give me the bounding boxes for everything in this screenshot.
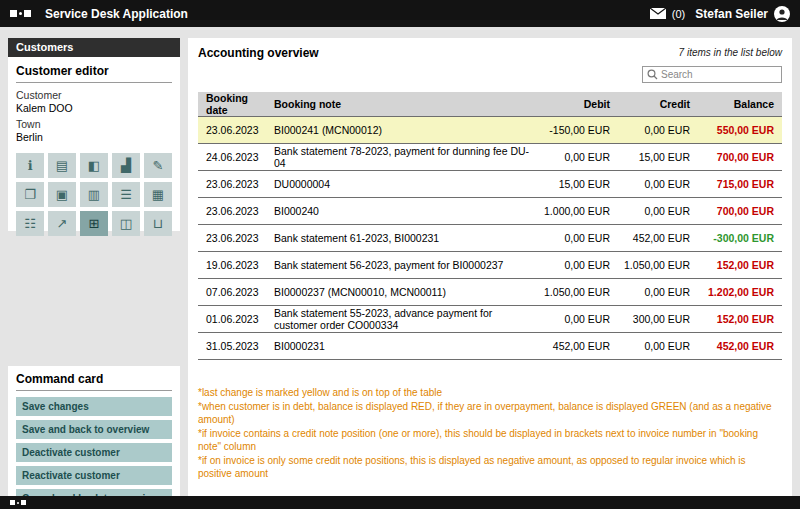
sidebar-icon-wallet[interactable]: ◧ [80, 153, 108, 178]
contact-card-icon: ▥ [88, 187, 100, 202]
footnote-line: *when customer is in debt, balance is di… [198, 400, 782, 427]
sliders-icon: ☷ [24, 216, 36, 231]
app-logo-small-icon [10, 500, 26, 505]
credit-cell: 0,00 EUR [618, 205, 698, 217]
debit-cell: 452,00 EUR [534, 340, 618, 352]
user-name[interactable]: Stefan Seiler [695, 7, 768, 21]
booking-date-cell: 07.06.2023 [198, 286, 272, 298]
sidebar-icon-edit[interactable]: ✎ [144, 153, 172, 178]
customer-editor-title: Customer editor [16, 64, 172, 83]
table-row[interactable]: 23.06.2023 BI000240 1.000,00 EUR 0,00 EU… [198, 198, 782, 225]
customers-panel-header[interactable]: Customers [8, 38, 180, 57]
items-count-note: 7 items in the list below [679, 47, 782, 58]
sidebar-icon-trend[interactable]: ↗ [48, 211, 76, 236]
sidebar-icon-cart[interactable]: ⊔ [144, 211, 172, 236]
column-header-debit: Debit [534, 98, 618, 110]
sidebar-icon-calculator[interactable]: ⊞ [80, 211, 108, 236]
app-title: Service Desk Application [45, 7, 188, 21]
info-icon: ℹ [28, 158, 33, 173]
balance-cell: -300,00 EUR [698, 232, 782, 244]
sidebar-icon-book[interactable]: ◫ [112, 211, 140, 236]
sidebar-icon-ledger[interactable]: ▦ [144, 182, 172, 207]
debit-cell: 0,00 EUR [534, 259, 618, 271]
customer-editor-panel: Customer editor Customer Kalem DOO Town … [8, 57, 180, 231]
table-row[interactable]: 24.06.2023 Bank statement 78-2023, payme… [198, 144, 782, 171]
credit-cell: 15,00 EUR [618, 151, 698, 163]
town-label: Town [16, 118, 172, 131]
credit-cell: 0,00 EUR [618, 286, 698, 298]
sidebar-icon-printer[interactable]: ▣ [48, 182, 76, 207]
table-row[interactable]: 23.06.2023 BI000241 (MCN00012) -150,00 E… [198, 117, 782, 144]
debit-cell: 0,00 EUR [534, 313, 618, 325]
booking-date-cell: 23.06.2023 [198, 178, 272, 190]
booking-date-cell: 19.06.2023 [198, 259, 272, 271]
booking-note-cell: BI0000237 (MCN00010, MCN00011) [272, 286, 534, 298]
town-value: Berlin [16, 131, 172, 144]
save-and-back-button[interactable]: Save and back to overview [16, 420, 172, 439]
sidebar-icon-contact-card[interactable]: ▥ [80, 182, 108, 207]
footnote-line [198, 481, 782, 495]
save-changes-button[interactable]: Save changes [16, 397, 172, 416]
balance-cell: 152,00 EUR [698, 313, 782, 325]
sidebar-icon-list[interactable]: ☰ [112, 182, 140, 207]
sidebar-icon-bar-chart[interactable]: ▟ [112, 153, 140, 178]
sidebar-icon-sliders[interactable]: ☷ [16, 211, 44, 236]
banknote-icon: ▤ [56, 158, 68, 173]
balance-cell: 452,00 EUR [698, 340, 782, 352]
booking-date-cell: 01.06.2023 [198, 313, 272, 325]
reactivate-customer-button[interactable]: Reactivate customer [16, 466, 172, 485]
app-window: Service Desk Application (0) Stefan Seil… [0, 0, 800, 509]
cart-icon: ⊔ [153, 216, 163, 231]
credit-cell: 0,00 EUR [618, 340, 698, 352]
table-row[interactable]: 07.06.2023 BI0000237 (MCN00010, MCN00011… [198, 279, 782, 306]
table-row[interactable]: 23.06.2023 Bank statement 61-2023, BI000… [198, 225, 782, 252]
booking-note-cell: DU0000004 [272, 178, 534, 190]
bottom-bar [0, 496, 800, 509]
booking-note-cell: BI000240 [272, 205, 534, 217]
wallet-icon: ◧ [88, 158, 100, 173]
booking-date-cell: 23.06.2023 [198, 124, 272, 136]
sidebar-icon-banknote[interactable]: ▤ [48, 153, 76, 178]
bar-chart-icon: ▟ [121, 158, 131, 173]
booking-note-cell: Bank statement 55-2023, advance payment … [272, 307, 534, 331]
column-header-booking-date: Booking date [198, 92, 272, 116]
debit-cell: 15,00 EUR [534, 178, 618, 190]
command-card-panel: Command card Save changes Save and back … [8, 366, 180, 496]
table-header-row: Booking date Booking note Debit Credit B… [198, 92, 782, 117]
mail-count: (0) [672, 8, 685, 20]
column-header-booking-note: Booking note [272, 98, 534, 110]
balance-cell: 152,00 EUR [698, 259, 782, 271]
debit-cell: -150,00 EUR [534, 124, 618, 136]
search-icon [647, 66, 658, 84]
debit-cell: 0,00 EUR [534, 151, 618, 163]
footnote-line: *last change is marked yellow and is on … [198, 386, 782, 400]
customer-label: Customer [16, 89, 172, 102]
sidebar-icon-copy[interactable]: ❐ [16, 182, 44, 207]
balance-cell: 700,00 EUR [698, 205, 782, 217]
deactivate-customer-button[interactable]: Deactivate customer [16, 443, 172, 462]
footnote-line: *if invoice contains a credit note posit… [198, 427, 782, 454]
user-avatar-icon[interactable] [774, 6, 790, 22]
app-logo-icon[interactable] [10, 10, 31, 17]
edit-icon: ✎ [153, 158, 164, 173]
debit-cell: 0,00 EUR [534, 232, 618, 244]
column-header-balance: Balance [698, 98, 782, 110]
booking-date-cell: 23.06.2023 [198, 232, 272, 244]
balance-cell: 715,00 EUR [698, 178, 782, 190]
balance-cell: 1.202,00 EUR [698, 286, 782, 298]
booking-date-cell: 31.05.2023 [198, 340, 272, 352]
booking-note-cell: BI0000231 [272, 340, 534, 352]
table-row[interactable]: 19.06.2023 Bank statement 56-2023, payme… [198, 252, 782, 279]
table-row[interactable]: 23.06.2023 DU0000004 15,00 EUR 0,00 EUR … [198, 171, 782, 198]
footnotes: *last change is marked yellow and is on … [198, 386, 782, 509]
sidebar-icon-info[interactable]: ℹ [16, 153, 44, 178]
debit-cell: 1.050,00 EUR [534, 286, 618, 298]
mail-icon[interactable] [650, 8, 666, 19]
printer-icon: ▣ [56, 187, 68, 202]
table-row[interactable]: 01.06.2023 Bank statement 55-2023, advan… [198, 306, 782, 333]
table-row[interactable]: 31.05.2023 BI0000231 452,00 EUR 0,00 EUR… [198, 333, 782, 360]
search-input[interactable] [661, 69, 777, 80]
copy-icon: ❐ [24, 187, 36, 202]
ledger-icon: ▦ [152, 187, 164, 202]
search-box [642, 66, 782, 83]
